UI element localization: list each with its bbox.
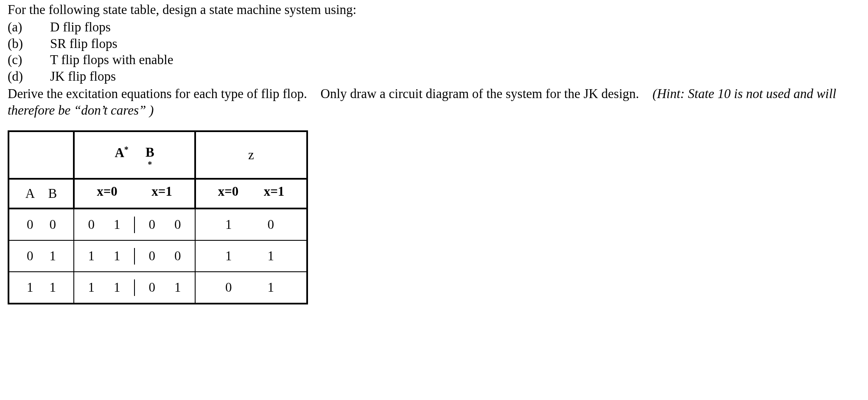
cell-AB: 0 1 — [8, 240, 74, 272]
option-a-text: D flip flops — [50, 19, 111, 36]
instruction-part2: Only draw a circuit diagram of the syste… — [321, 86, 639, 101]
instruction-part1: Derive the excitation equations for each… — [8, 86, 307, 101]
val-B: 1 — [50, 248, 56, 265]
val-next-x1-A: 0 — [149, 248, 156, 265]
val-next-x1-A: 0 — [149, 217, 156, 233]
hdr-z: z — [195, 131, 307, 179]
val-B: 0 — [50, 217, 56, 233]
cell-AB: 1 1 — [8, 272, 74, 304]
hdr-z-x0: x=0 — [218, 183, 239, 200]
val-next-x1-A: 0 — [149, 279, 156, 296]
cell-z: 1 1 — [195, 240, 307, 272]
cell-AB: 0 0 — [8, 208, 74, 240]
hdr-AB: A B — [8, 179, 74, 208]
val-next-x0-A: 1 — [88, 248, 95, 265]
val-next-x0-B: 1 — [114, 217, 120, 233]
hdr-empty — [8, 131, 74, 179]
val-A: 0 — [27, 248, 34, 265]
hdr-next-state: A* B * — [74, 131, 195, 179]
hdr-next-x1: x=1 — [151, 183, 172, 200]
table-body: 0 0 0 1 0 0 — [8, 208, 307, 304]
table-row: 1 1 1 1 0 1 — [8, 272, 307, 304]
val-next-x1-B: 0 — [174, 248, 181, 265]
val-z-x1: 0 — [268, 217, 274, 233]
val-next-x0-A: 1 — [88, 279, 95, 296]
intro-text: For the following state table, design a … — [8, 2, 860, 18]
table-header-row-2: A B x=0 x=1 x=0 x=1 — [8, 179, 307, 208]
option-b-label: (b) — [8, 36, 50, 52]
hdr-B-star: B * — [146, 144, 154, 170]
options-list: (a) D flip flops (b) SR flip flops (c) T… — [8, 19, 860, 85]
state-table: A* B * z A B — [8, 130, 308, 304]
option-d-label: (d) — [8, 68, 50, 85]
hdr-z-x1: x=1 — [264, 183, 285, 200]
table-row: 0 1 1 1 0 0 — [8, 240, 307, 272]
cell-z: 0 1 — [195, 272, 307, 304]
hdr-z-sub: x=0 x=1 — [195, 179, 307, 208]
hdr-A-star: A* — [115, 144, 128, 161]
val-A: 1 — [27, 279, 34, 296]
val-z-x1: 1 — [268, 279, 274, 296]
val-next-x1-B: 1 — [174, 279, 181, 296]
option-b: (b) SR flip flops — [8, 36, 860, 52]
val-next-x0-B: 1 — [114, 248, 120, 265]
option-a: (a) D flip flops — [8, 19, 860, 36]
option-d: (d) JK flip flops — [8, 68, 860, 85]
val-A: 0 — [27, 217, 34, 233]
val-z-x0: 0 — [225, 279, 232, 296]
option-b-text: SR flip flops — [50, 36, 117, 52]
hdr-A: A — [25, 186, 35, 202]
val-next-x0-B: 1 — [114, 279, 120, 296]
val-z-x0: 1 — [225, 217, 232, 233]
val-next-x1-B: 0 — [174, 217, 181, 233]
val-z-x1: 1 — [268, 248, 274, 265]
hdr-B: B — [48, 186, 57, 202]
table-header-row-1: A* B * z — [8, 131, 307, 179]
option-c: (c) T flip flops with enable — [8, 52, 860, 68]
option-c-label: (c) — [8, 52, 50, 68]
table-row: 0 0 0 1 0 0 — [8, 208, 307, 240]
option-c-text: T flip flops with enable — [50, 52, 173, 68]
cell-next: 1 1 0 1 — [74, 272, 195, 304]
cell-z: 1 0 — [195, 208, 307, 240]
val-next-x0-A: 0 — [88, 217, 95, 233]
instructions: Derive the excitation equations for each… — [8, 86, 856, 119]
option-d-text: JK flip flops — [50, 68, 116, 85]
cell-next: 1 1 0 0 — [74, 240, 195, 272]
option-a-label: (a) — [8, 19, 50, 36]
hdr-next-sub: x=0 x=1 — [74, 179, 195, 208]
val-z-x0: 1 — [225, 248, 232, 265]
page: For the following state table, design a … — [0, 0, 868, 321]
val-B: 1 — [50, 279, 56, 296]
cell-next: 0 1 0 0 — [74, 208, 195, 240]
hdr-next-x0: x=0 — [97, 183, 118, 200]
